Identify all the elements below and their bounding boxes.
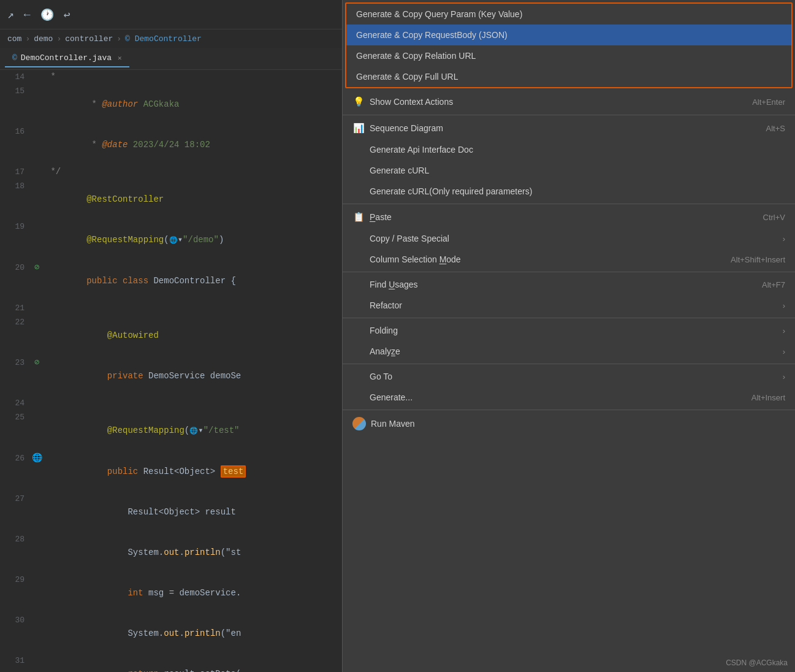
menu-item-context-actions[interactable]: 💡 Show Context Actions Alt+Enter [343,91,795,113]
separator-6 [343,410,795,410]
watermark: CSDN @ACGkaka [726,659,788,667]
menu-label-refactor: Refactor [370,300,402,310]
separator-4 [343,318,795,318]
breadcrumb-sep-3: › [116,34,121,44]
code-line-19: 19 @RequestMapping(🌐▾"/demo") [0,220,349,261]
menu-item-generate-curl[interactable]: Generate cURL [343,160,795,181]
menu-item-query-param[interactable]: Generate & Copy Query Param (Key Value) [346,4,791,25]
code-line-14: 14 * [0,70,349,84]
menu-label-generate-api-doc: Generate Api Interface Doc [370,145,473,155]
undo-icon[interactable]: ↩ [64,8,70,21]
menu-label-sequence-diagram: Sequence Diagram [370,123,443,133]
tab-close-button[interactable]: ✕ [118,54,122,62]
separator-2 [343,204,795,204]
code-line-23: 23 ⊘ private DemoService demoSe [0,356,349,396]
code-line-15: 15 * @author ACGkaka [0,84,349,124]
editor-area: ↗ ← 🕐 ↩ com › demo › controller › © Demo… [0,0,349,672]
history-icon[interactable]: 🕐 [40,8,54,21]
menu-item-folding[interactable]: Folding › [343,320,795,341]
arrow-folding: › [783,326,785,335]
arrow-analyze: › [783,347,785,356]
breadcrumb-demo[interactable]: demo [34,34,53,44]
menu-label-analyze: Analyze [370,346,400,356]
shortcut-column-selection: Alt+Shift+Insert [731,255,785,264]
menu-label-paste: Paste [370,212,392,222]
separator-1 [343,115,795,115]
lightbulb-icon: 💡 [352,96,365,107]
code-line-26: 26 🌐 public Result<Object> test [0,451,349,492]
breadcrumb-sep-1: › [25,34,30,44]
menu-item-paste[interactable]: 📋 Paste Ctrl+V [343,206,795,228]
breadcrumb-sep-2: › [56,34,61,44]
run-maven-label[interactable]: Run Maven [371,419,415,429]
code-line-18: 18 @RestController [0,179,349,220]
menu-label-requestbody: Generate & Copy RequestBody (JSON) [356,30,508,40]
menu-label-full-url: Generate & Copy Full URL [356,72,458,82]
menu-item-relation-url[interactable]: Generate & Copy Relation URL [346,45,791,66]
code-line-21: 21 [0,301,349,315]
shortcut-find-usages: Alt+F7 [762,280,785,289]
shortcut-context-actions: Alt+Enter [752,97,785,107]
code-line-25: 25 @RequestMapping(🌐▾"/test" [0,410,349,451]
menu-item-full-url[interactable]: Generate & Copy Full URL [346,66,791,87]
menu-label-context-actions: Show Context Actions [370,97,453,107]
menu-label-folding: Folding [370,326,398,335]
menu-item-requestbody[interactable]: Generate & Copy RequestBody (JSON) [346,25,791,45]
menu-label-relation-url: Generate & Copy Relation URL [356,51,476,61]
paste-icon: 📋 [352,212,365,223]
back-icon[interactable]: ← [24,9,31,21]
code-line-22: 22 @Autowired [0,315,349,356]
tab-democontroller[interactable]: © DemoController.java ✕ [5,50,129,67]
arrow-copy-paste: › [783,234,785,243]
context-menu: Generate & Copy Query Param (Key Value) … [342,0,795,672]
menu-item-column-selection[interactable]: Column Selection Mode Alt+Shift+Insert [343,249,795,270]
code-line-20: 20 ⊘ public class DemoController { [0,261,349,301]
breadcrumb-controller[interactable]: controller [65,34,113,44]
code-line-31: 31 return result.setData( [0,654,349,672]
code-area: 14 * 15 * @author ACGkaka 16 * @date 202… [0,70,349,672]
menu-label-query-param: Generate & Copy Query Param (Key Value) [356,9,522,19]
shortcut-generate: Alt+Insert [751,393,785,402]
menu-item-goto[interactable]: Go To › [343,366,795,387]
menu-label-generate-curl: Generate cURL [370,166,429,175]
menu-item-copy-paste-special[interactable]: Copy / Paste Special › [343,228,795,249]
menu-item-generate[interactable]: Generate... Alt+Insert [343,387,795,408]
code-line-29: 29 int msg = demoService. [0,573,349,613]
menu-item-sequence-diagram[interactable]: 📊 Sequence Diagram Alt+S [343,117,795,139]
code-line-24: 24 [0,396,349,410]
tab-bar: © DemoController.java ✕ [0,48,349,70]
menu-label-copy-paste-special: Copy / Paste Special [370,234,449,243]
separator-5 [343,364,795,364]
menu-item-generate-api-doc[interactable]: Generate Api Interface Doc [343,139,795,160]
menu-item-refactor[interactable]: Refactor › [343,295,795,316]
maven-icon [352,417,366,430]
menu-top-section: Generate & Copy Query Param (Key Value) … [345,2,793,88]
menu-label-generate: Generate... [370,392,413,402]
arrow-goto: › [783,372,785,381]
arrow-refactor: › [783,301,785,310]
code-line-17: 17 */ [0,165,349,179]
tab-label: DemoController.java [21,53,112,63]
menu-item-find-usages[interactable]: Find Usages Alt+F7 [343,274,795,295]
shortcut-sequence-diagram: Alt+S [766,124,785,133]
navigate-arrow-icon[interactable]: ↗ [7,8,14,21]
menu-item-generate-curl-required[interactable]: Generate cURL(Only required parameters) [343,181,795,202]
code-line-16: 16 * @date 2023/4/24 18:02 [0,124,349,165]
run-maven-area: Run Maven [343,412,795,435]
menu-label-column-selection: Column Selection Mode [370,254,461,264]
sequence-diagram-icon: 📊 [352,123,365,134]
menu-label-generate-curl-required: Generate cURL(Only required parameters) [370,186,532,196]
breadcrumb: com › demo › controller › © DemoControll… [0,29,349,48]
menu-label-goto: Go To [370,372,392,381]
breadcrumb-class[interactable]: © DemoController [125,34,202,44]
toolbar: ↗ ← 🕐 ↩ [0,0,349,29]
breadcrumb-com[interactable]: com [7,34,21,44]
code-line-28: 28 System.out.println("st [0,532,349,573]
code-line-30: 30 System.out.println("en [0,613,349,654]
shortcut-paste: Ctrl+V [763,213,785,222]
menu-label-find-usages: Find Usages [370,280,418,289]
code-line-27: 27 Result<Object> result [0,492,349,532]
separator-3 [343,272,795,272]
menu-item-analyze[interactable]: Analyze › [343,341,795,362]
